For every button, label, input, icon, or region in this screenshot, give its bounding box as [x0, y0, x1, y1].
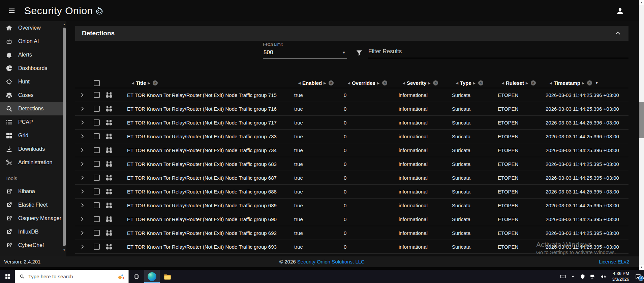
sidebar-scrollbar[interactable]: ▲ ▼ [63, 22, 66, 255]
column-header-severity[interactable]: ◀ Severity ▶ × [397, 80, 451, 86]
row-checkbox[interactable] [94, 119, 100, 126]
table-row[interactable]: ET TOR Known Tor Relay/Router (Not Exit)… [75, 88, 628, 102]
task-view-button[interactable] [129, 270, 144, 283]
menu-toggle-button[interactable] [5, 4, 19, 18]
table-row[interactable]: ET TOR Known Tor Relay/Router (Not Exit)… [75, 240, 628, 254]
move-left-icon[interactable]: ◀ [550, 81, 552, 85]
sidebar-item-cyberchef[interactable]: CyberChef [0, 239, 66, 252]
sort-desc-icon[interactable]: ▼ [595, 81, 599, 85]
remove-column-icon[interactable]: × [382, 80, 387, 85]
row-checkbox[interactable] [94, 133, 100, 139]
row-checkbox[interactable] [94, 188, 100, 194]
column-header-overrides[interactable]: ◀ Overrides ▶ × [342, 80, 397, 86]
view-detection-button[interactable] [103, 133, 120, 140]
start-button[interactable] [0, 270, 15, 283]
fetch-limit-select[interactable]: Fetch Limit 500 ▼ [263, 42, 347, 59]
move-left-icon[interactable]: ◀ [298, 81, 301, 85]
sidebar-scrollbar-thumb[interactable] [63, 28, 66, 246]
move-right-icon[interactable]: ▶ [428, 81, 430, 85]
table-row[interactable]: ET TOR Known Tor Relay/Router (Not Exit)… [75, 143, 628, 157]
table-row[interactable]: ET TOR Known Tor Relay/Router (Not Exit)… [75, 116, 628, 130]
row-expand-button[interactable] [75, 175, 91, 181]
row-checkbox[interactable] [94, 216, 100, 222]
row-checkbox[interactable] [94, 230, 100, 236]
view-detection-button[interactable] [103, 202, 120, 209]
scroll-down-icon[interactable]: ▼ [639, 265, 644, 270]
sidebar-item-dashboards[interactable]: Dashboards [0, 62, 66, 75]
move-left-icon[interactable]: ◀ [403, 81, 405, 85]
table-row[interactable]: ET TOR Known Tor Relay/Router (Not Exit)… [75, 171, 628, 185]
hidden-icons-chevron[interactable] [571, 274, 576, 279]
column-header-timestamp[interactable]: ◀ Timestamp ▶ × ▼ [544, 80, 628, 86]
view-detection-button[interactable] [103, 229, 120, 237]
view-detection-button[interactable] [103, 119, 120, 126]
table-row[interactable]: ET TOR Known Tor Relay/Router (Not Exit)… [75, 199, 628, 212]
row-expand-button[interactable] [75, 92, 91, 98]
sidebar-item-alerts[interactable]: Alerts [0, 48, 66, 62]
view-detection-button[interactable] [103, 243, 120, 250]
column-header-enabled[interactable]: ◀ Enabled ▶ × [293, 80, 342, 86]
page-scrollbar[interactable]: ▲ ▼ [639, 0, 644, 270]
touch-keyboard-icon[interactable] [560, 273, 566, 280]
row-expand-button[interactable] [75, 119, 91, 126]
sidebar-item-downloads[interactable]: Downloads [0, 142, 66, 156]
sidebar-item-pcap[interactable]: PCAP [0, 115, 66, 129]
user-menu-button[interactable] [613, 4, 627, 18]
remove-column-icon[interactable]: × [433, 80, 438, 85]
move-left-icon[interactable]: ◀ [456, 81, 458, 85]
remove-column-icon[interactable]: × [329, 80, 334, 85]
sidebar-item-elastic-fleet[interactable]: Elastic Fleet [0, 198, 66, 212]
remove-column-icon[interactable]: × [531, 80, 536, 85]
sidebar-item-influxdb[interactable]: InfluxDB [0, 225, 66, 239]
view-detection-button[interactable] [103, 174, 120, 181]
select-all-checkbox[interactable] [94, 80, 100, 86]
move-right-icon[interactable]: ▶ [582, 81, 584, 85]
row-expand-button[interactable] [75, 230, 91, 236]
sidebar-item-administration[interactable]: Administration [0, 156, 66, 169]
sidebar-item-onion-ai[interactable]: Onion AI [0, 35, 66, 48]
sidebar-item-hunt[interactable]: Hunt [0, 75, 66, 89]
table-row[interactable]: ET TOR Known Tor Relay/Router (Not Exit)… [75, 157, 628, 171]
table-row[interactable]: ET TOR Known Tor Relay/Router (Not Exit)… [75, 102, 628, 116]
row-checkbox[interactable] [94, 161, 100, 167]
sidebar-item-grid[interactable]: Grid [0, 129, 66, 142]
table-row[interactable]: ET TOR Known Tor Relay/Router (Not Exit)… [75, 226, 628, 240]
view-detection-button[interactable] [103, 147, 120, 154]
filter-results-input[interactable] [368, 46, 628, 58]
row-checkbox[interactable] [94, 175, 100, 181]
column-header-type[interactable]: ◀ Type ▶ × [451, 80, 496, 86]
scroll-down-icon[interactable]: ▼ [63, 249, 66, 252]
table-row[interactable]: ET TOR Known Tor Relay/Router (Not Exit)… [75, 130, 628, 143]
row-expand-button[interactable] [75, 244, 91, 250]
row-checkbox[interactable] [94, 147, 100, 153]
column-header-ruleset[interactable]: ◀ Ruleset ▶ × [496, 80, 544, 86]
row-expand-button[interactable] [75, 106, 91, 112]
move-left-icon[interactable]: ◀ [502, 81, 504, 85]
file-explorer-button[interactable] [160, 270, 175, 283]
scroll-up-icon[interactable]: ▲ [639, 0, 644, 5]
row-expand-button[interactable] [75, 202, 91, 208]
action-center-button[interactable]: 3 [635, 273, 641, 280]
row-expand-button[interactable] [75, 147, 91, 153]
detections-panel-header[interactable]: Detections [75, 26, 628, 41]
row-checkbox[interactable] [94, 244, 100, 250]
view-detection-button[interactable] [103, 92, 120, 99]
sidebar-item-cases[interactable]: Cases [0, 89, 66, 102]
volume-icon[interactable] [600, 274, 606, 280]
search-highlights-icon[interactable] [117, 273, 126, 281]
row-checkbox[interactable] [94, 92, 100, 98]
view-detection-button[interactable] [103, 216, 120, 223]
move-right-icon[interactable]: ▶ [526, 81, 528, 85]
table-row[interactable]: ET TOR Known Tor Relay/Router (Not Exit)… [75, 185, 628, 199]
move-left-icon[interactable]: ◀ [132, 81, 134, 85]
move-left-icon[interactable]: ◀ [348, 81, 350, 85]
view-detection-button[interactable] [103, 161, 120, 168]
move-right-icon[interactable]: ▶ [324, 81, 326, 85]
row-checkbox[interactable] [94, 106, 100, 112]
edge-browser-button[interactable] [144, 270, 160, 283]
scroll-up-icon[interactable]: ▲ [63, 23, 66, 26]
move-right-icon[interactable]: ▶ [377, 81, 379, 85]
remove-column-icon[interactable]: × [153, 80, 158, 85]
row-expand-button[interactable] [75, 133, 91, 139]
column-header-title[interactable]: ◀ Title ▶ × [120, 80, 293, 86]
